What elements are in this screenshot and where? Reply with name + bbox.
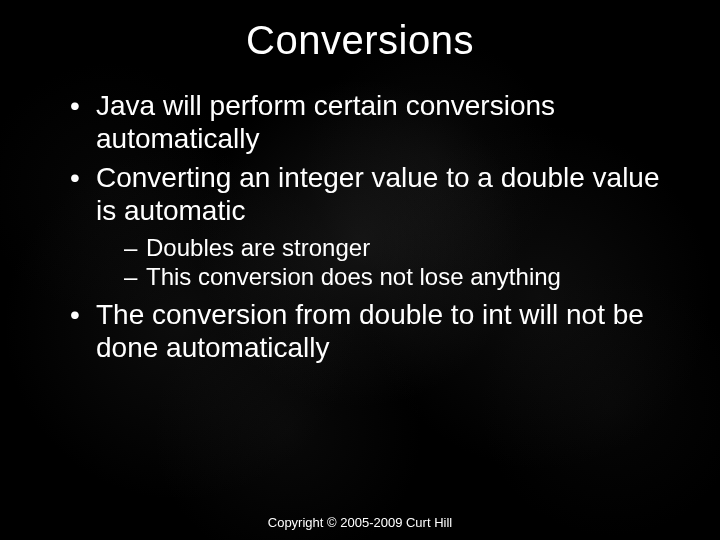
bullet-text: Java will perform certain conversions au…: [96, 90, 555, 154]
copyright-footer: Copyright © 2005-2009 Curt Hill: [0, 515, 720, 530]
sub-bullet-item: This conversion does not lose anything: [124, 262, 680, 291]
bullet-text: Converting an integer value to a double …: [96, 162, 660, 226]
bullet-item: The conversion from double to int will n…: [70, 298, 680, 364]
bullet-text: The conversion from double to int will n…: [96, 299, 644, 363]
slide: Conversions Java will perform certain co…: [0, 0, 720, 540]
sub-bullet-text: Doubles are stronger: [146, 234, 370, 261]
bullet-item: Converting an integer value to a double …: [70, 161, 680, 292]
sub-bullet-item: Doubles are stronger: [124, 233, 680, 262]
sub-bullet-list: Doubles are stronger This conversion doe…: [96, 233, 680, 292]
slide-title: Conversions: [40, 18, 680, 63]
sub-bullet-text: This conversion does not lose anything: [146, 263, 561, 290]
bullet-list: Java will perform certain conversions au…: [40, 89, 680, 364]
bullet-item: Java will perform certain conversions au…: [70, 89, 680, 155]
